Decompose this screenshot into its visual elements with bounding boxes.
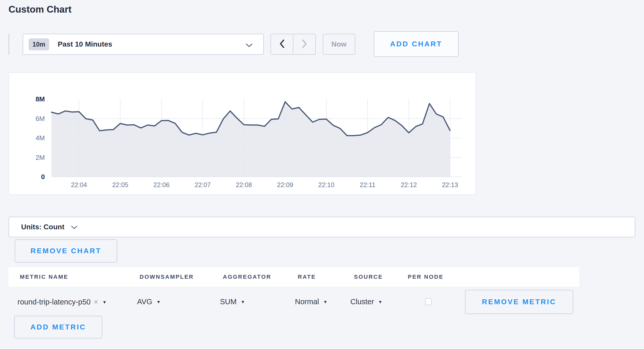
- time-next-button[interactable]: [293, 34, 315, 54]
- x-tick-label: 22:04: [71, 181, 87, 188]
- chevron-left-icon: [279, 39, 285, 49]
- remove-metric-button[interactable]: REMOVE METRIC: [465, 290, 573, 314]
- time-range-label: Past 10 Minutes: [58, 40, 112, 48]
- chevron-right-icon: [302, 39, 307, 49]
- source-select[interactable]: Cluster▼: [350, 298, 383, 306]
- chart-card: 02M4M6M8M22:0422:0522:0622:0722:0822:092…: [9, 72, 476, 195]
- aggregator-select[interactable]: SUM▼: [220, 298, 245, 306]
- remove-tag-icon[interactable]: ×: [94, 298, 98, 306]
- downsampler-value: AVG: [137, 298, 152, 306]
- controls-left-rule: [9, 34, 9, 55]
- y-tick-label: 4M: [36, 134, 45, 142]
- x-tick-label: 22:13: [442, 181, 458, 188]
- rate-value: Normal: [295, 298, 319, 306]
- x-tick-label: 22:08: [236, 181, 252, 188]
- timeseries-chart: 02M4M6M8M22:0422:0522:0622:0722:0822:092…: [9, 73, 476, 194]
- units-select[interactable]: Units: Count: [9, 217, 635, 237]
- aggregator-value: SUM: [220, 298, 236, 306]
- remove-chart-button[interactable]: REMOVE CHART: [15, 239, 117, 263]
- caret-down-icon: ▼: [378, 300, 383, 304]
- add-metric-button[interactable]: ADD METRIC: [14, 316, 102, 338]
- y-tick-label: 0: [41, 173, 45, 181]
- x-tick-label: 22:12: [401, 181, 417, 188]
- time-prev-button[interactable]: [271, 34, 293, 54]
- column-header-metric-name: METRIC NAME: [20, 274, 68, 280]
- caret-down-icon: ▼: [156, 300, 161, 304]
- chevron-down-icon: [71, 225, 77, 230]
- area-fill: [52, 102, 450, 177]
- x-tick-label: 22:06: [154, 181, 170, 188]
- time-range-select[interactable]: 10m Past 10 Minutes: [23, 34, 264, 55]
- now-button[interactable]: Now: [323, 34, 355, 55]
- downsampler-select[interactable]: AVG▼: [137, 298, 161, 306]
- column-header-aggregator: AGGREGATOR: [223, 274, 271, 280]
- metric-table-header: METRIC NAME DOWNSAMPLER AGGREGATOR RATE …: [9, 267, 579, 287]
- add-chart-button[interactable]: ADD CHART: [374, 31, 459, 57]
- custom-chart-page: Custom Chart 10m Past 10 Minutes Now ADD…: [0, 0, 644, 349]
- y-tick-label: 2M: [36, 154, 45, 161]
- x-tick-label: 22:10: [318, 181, 335, 188]
- caret-down-icon: ▼: [102, 300, 107, 305]
- column-header-per-node: PER NODE: [408, 274, 444, 280]
- x-tick-label: 22:07: [195, 181, 211, 188]
- time-range-badge: 10m: [29, 38, 49, 50]
- units-label: Units: Count: [21, 223, 64, 231]
- x-tick-label: 22:11: [360, 181, 376, 188]
- rate-select[interactable]: Normal▼: [295, 298, 327, 306]
- metric-name-value: round-trip-latency-p50: [18, 298, 91, 306]
- column-header-source: SOURCE: [354, 274, 383, 280]
- page-title: Custom Chart: [9, 4, 72, 15]
- x-tick-label: 22:05: [112, 181, 128, 188]
- y-tick-label: 8M: [36, 95, 45, 103]
- column-header-downsampler: DOWNSAMPLER: [140, 274, 194, 280]
- caret-down-icon: ▼: [323, 300, 327, 304]
- column-header-rate: RATE: [298, 274, 316, 280]
- chevron-down-icon: [246, 43, 252, 48]
- source-value: Cluster: [350, 298, 374, 306]
- metric-name-select[interactable]: round-trip-latency-p50×▼: [18, 298, 107, 306]
- y-tick-label: 6M: [36, 115, 45, 123]
- per-node-checkbox[interactable]: [425, 298, 432, 305]
- x-tick-label: 22:09: [277, 181, 293, 188]
- caret-down-icon: ▼: [241, 300, 245, 304]
- time-nav-group: [270, 34, 316, 55]
